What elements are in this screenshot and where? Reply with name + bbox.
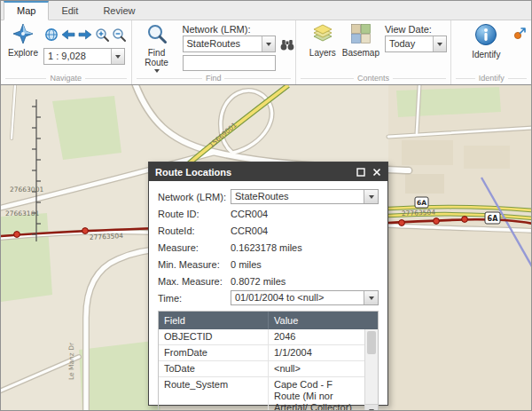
tab-map[interactable]: Map <box>4 1 49 20</box>
cell-field: Route_System <box>159 377 269 411</box>
footer-divider <box>137 78 202 79</box>
footer-divider <box>393 78 446 79</box>
identify-options-icon[interactable] <box>512 25 528 41</box>
view-date-combo[interactable]: Today <box>385 36 447 52</box>
identify-button-label: Identify <box>472 50 500 59</box>
group-contents: Layers Basemap View Date: Today Contents <box>296 20 451 84</box>
maximize-icon[interactable] <box>354 165 368 178</box>
network-lrm-value: StateRoutes <box>184 36 262 51</box>
scroll-down-button[interactable] <box>365 404 378 411</box>
binoculars-icon[interactable] <box>279 36 295 52</box>
panel-network-combo[interactable]: StateRoutes <box>231 189 379 204</box>
footer-divider <box>5 78 46 79</box>
field-value: CCR004 <box>231 225 379 236</box>
field-row-network: Network (LRM): StateRoutes <box>158 188 379 205</box>
network-lrm-dropdown-button[interactable] <box>262 36 275 51</box>
network-lrm-label: Network (LRM): <box>183 24 251 35</box>
find-route-button-label: Find Route <box>139 48 175 67</box>
full-extent-icon[interactable] <box>43 27 59 43</box>
field-value: 0.8072 miles <box>231 276 379 287</box>
explore-button[interactable]: Explore <box>4 23 42 58</box>
layers-button[interactable]: Layers <box>305 23 340 58</box>
scrollbar-thumb[interactable] <box>367 331 376 354</box>
close-icon[interactable] <box>370 165 384 178</box>
tab-review[interactable]: Review <box>90 3 147 20</box>
basemap-button[interactable]: Basemap <box>340 23 381 58</box>
route-point-marker <box>82 228 89 234</box>
table-row[interactable]: Route_System Cape Cod - F Route (Mi nor … <box>159 377 378 411</box>
map-view[interactable]: 6A 6A 27663001 27663101 27763504 1566900… <box>1 85 532 411</box>
panel-title: Route Locations <box>155 167 352 178</box>
ribbon-body: Explore <box>1 20 531 84</box>
panel-network-value: StateRoutes <box>231 190 364 203</box>
table-row[interactable]: OBJECTID 2046 <box>159 329 378 345</box>
find-route-magnifier-icon <box>146 23 168 46</box>
field-row-max-measure: Max. Measure: 0.8072 miles <box>158 273 379 289</box>
field-value: CCR004 <box>231 209 379 219</box>
road-label: 27663001 <box>10 186 43 194</box>
footer-divider <box>301 78 354 79</box>
field-label: RouteId: <box>158 225 231 236</box>
identify-button[interactable]: Identify <box>466 23 506 59</box>
group-footer-contents: Contents <box>301 74 446 83</box>
cell-value: 1/1/2004 <box>269 345 364 360</box>
cell-field: ToDate <box>159 361 269 376</box>
basemap-button-label: Basemap <box>342 48 379 58</box>
road-label: 27763504 <box>402 209 436 217</box>
route-search-input[interactable] <box>183 55 276 71</box>
zoom-in-icon[interactable] <box>94 27 110 43</box>
attributes-table: Field Value OBJECTID 2046 FromDate 1/1/2… <box>158 311 379 411</box>
route-point-marker <box>462 217 468 223</box>
map-scale-value: 1 : 9,028 <box>44 49 111 64</box>
cell-field: OBJECTID <box>159 329 269 344</box>
find-route-button[interactable]: Find Route <box>137 23 176 73</box>
group-name-find: Find <box>206 74 222 83</box>
zoom-out-icon[interactable] <box>111 27 127 43</box>
field-label: Route ID: <box>158 209 231 219</box>
table-header-row: Field Value <box>159 312 378 329</box>
chevron-down-icon <box>266 43 271 46</box>
ribbon: Map Edit Review Explore <box>1 1 531 85</box>
column-header-field: Field <box>159 312 269 329</box>
group-footer-identify: Identify <box>456 74 527 83</box>
layers-icon <box>312 23 333 46</box>
basemap-icon <box>350 23 372 46</box>
chevron-down-icon <box>437 43 442 46</box>
app-window: Map Edit Review Explore <box>0 0 532 411</box>
map-scale-combo[interactable]: 1 : 9,028 <box>43 48 125 65</box>
layers-button-label: Layers <box>309 48 336 58</box>
group-find: Find Route Network (LRM): StateRoutes Fi… <box>132 20 296 84</box>
panel-time-combo[interactable]: 01/01/2004 to <null> <box>231 290 379 305</box>
table-scrollbar[interactable] <box>364 329 378 411</box>
field-value: 0 miles <box>231 259 379 270</box>
footer-divider <box>508 78 527 79</box>
tab-edit[interactable]: Edit <box>49 3 90 20</box>
street-name-label: Le Manz Dr <box>67 342 75 380</box>
map-scale-dropdown-button[interactable] <box>111 49 124 64</box>
group-identify: Identify Identify <box>451 20 531 84</box>
group-navigate: Explore <box>1 20 132 84</box>
panel-network-dropdown-button[interactable] <box>364 190 378 203</box>
network-lrm-combo[interactable]: StateRoutes <box>183 36 276 52</box>
route-locations-panel: Route Locations Network (LRM): StateRout… <box>148 162 388 406</box>
footer-divider <box>85 78 126 79</box>
identify-info-icon <box>474 23 497 48</box>
table-row[interactable]: ToDate <null> <box>159 361 378 377</box>
previous-extent-icon[interactable] <box>60 27 76 43</box>
panel-time-dropdown-button[interactable] <box>364 291 378 304</box>
ribbon-tabstrip: Map Edit Review <box>1 1 531 20</box>
explore-compass-icon <box>12 23 34 46</box>
panel-body: Network (LRM): StateRoutes Route ID: CCR… <box>149 181 387 411</box>
next-extent-icon[interactable] <box>77 27 93 43</box>
road-label: 27663101 <box>5 209 39 217</box>
explore-button-label: Explore <box>8 48 38 58</box>
table-row[interactable]: FromDate 1/1/2004 <box>159 345 378 361</box>
footer-divider <box>456 78 474 79</box>
navigate-toolbar <box>43 27 127 43</box>
view-date-dropdown-button[interactable] <box>433 36 446 51</box>
panel-title-bar[interactable]: Route Locations <box>149 162 387 181</box>
group-name-identify: Identify <box>479 74 505 83</box>
view-date-label: View Date: <box>385 24 432 35</box>
field-row-time: Time: 01/01/2004 to <null> <box>158 289 379 306</box>
field-row-routeid: RouteId: CCR004 <box>158 222 379 239</box>
